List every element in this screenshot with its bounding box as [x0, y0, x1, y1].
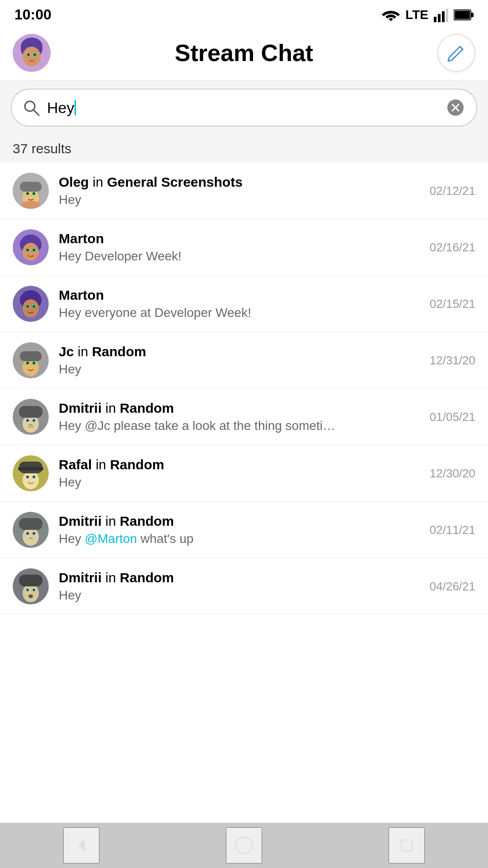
svg-marker-85 — [78, 839, 85, 852]
svg-rect-3 — [446, 9, 448, 22]
svg-rect-79 — [19, 575, 42, 586]
list-item[interactable]: Rafal in Random Hey 12/30/20 — [0, 445, 488, 502]
signal-icon — [434, 8, 448, 22]
list-item[interactable]: Marton Hey everyone at Developer Week! 0… — [0, 276, 488, 332]
avatar — [13, 342, 49, 378]
mention-tag: @Marton — [85, 532, 137, 546]
svg-rect-23 — [20, 182, 42, 192]
result-name-line: Rafal in Random — [59, 457, 420, 472]
home-button[interactable] — [226, 827, 262, 863]
sender-name: Dmitrii — [59, 514, 102, 528]
result-content: Marton Hey everyone at Developer Week! — [59, 288, 420, 320]
list-item[interactable]: Dmitrii in Random Hey @Jc please take a … — [0, 389, 488, 445]
list-item[interactable]: Dmitrii in Random Hey @Marton what's up … — [0, 502, 488, 558]
result-preview: Hey @Marton what's up — [59, 532, 420, 546]
result-content: Marton Hey Developer Week! — [59, 231, 420, 264]
channel-name: Random — [120, 570, 174, 585]
svg-point-52 — [27, 362, 28, 364]
result-date: 12/30/20 — [430, 467, 475, 481]
list-item[interactable]: Oleg in General Screenshots Hey 02/12/21 — [0, 163, 488, 219]
result-date: 02/15/21 — [430, 297, 475, 311]
channel-name: Random — [120, 401, 174, 415]
recents-button[interactable] — [389, 827, 425, 863]
sender-name: Jc — [59, 344, 74, 359]
svg-rect-2 — [442, 11, 445, 22]
avatar — [13, 399, 49, 435]
svg-point-78 — [23, 584, 39, 602]
user-avatar[interactable] — [13, 34, 51, 72]
sender-name: Rafal — [59, 457, 92, 472]
result-preview: Hey — [59, 362, 420, 377]
wifi-icon — [382, 8, 400, 22]
sender-name: Oleg — [59, 175, 89, 189]
result-content: Oleg in General Screenshots Hey — [59, 175, 420, 207]
svg-point-68 — [27, 476, 28, 478]
avatar — [13, 455, 49, 491]
status-icons: LTE — [382, 8, 474, 22]
svg-point-11 — [23, 47, 41, 66]
results-list: Oleg in General Screenshots Hey 02/12/21… — [0, 163, 488, 615]
svg-rect-65 — [18, 467, 43, 471]
result-name-line: Oleg in General Screenshots — [59, 175, 420, 190]
channel-name: Random — [110, 457, 164, 472]
result-name-line: Jc in Random — [59, 344, 420, 359]
result-content: Rafal in Random Hey — [59, 457, 420, 490]
results-count: 37 results — [0, 135, 488, 163]
svg-point-45 — [27, 306, 28, 307]
svg-rect-56 — [19, 406, 42, 418]
status-time: 10:00 — [14, 6, 52, 23]
lte-indicator: LTE — [405, 8, 428, 22]
svg-point-33 — [23, 243, 39, 261]
result-preview: Hey — [59, 193, 420, 207]
list-item[interactable]: Jc in Random Hey 12/31/20 — [0, 332, 488, 389]
svg-rect-87 — [401, 840, 412, 851]
compose-button[interactable] — [437, 34, 475, 72]
app-header: Stream Chat — [0, 28, 488, 80]
svg-point-83 — [33, 589, 35, 591]
navigation-bar — [0, 823, 488, 868]
sender-name: Marton — [59, 288, 104, 302]
back-icon — [71, 835, 91, 855]
result-content: Dmitrii in Random Hey — [59, 570, 420, 603]
svg-point-63 — [23, 471, 39, 489]
svg-point-84 — [28, 594, 33, 598]
svg-rect-72 — [19, 518, 42, 530]
sender-name: Marton — [59, 231, 104, 246]
search-container: Hey — [0, 80, 488, 135]
status-bar: 10:00 LTE — [0, 0, 488, 28]
avatar — [13, 286, 49, 322]
avatar — [13, 229, 49, 265]
svg-point-61 — [27, 425, 34, 428]
result-name-line: Marton — [59, 288, 420, 303]
svg-point-53 — [33, 362, 35, 364]
back-button[interactable] — [63, 827, 99, 863]
result-preview: Hey — [59, 588, 420, 603]
home-icon — [234, 835, 254, 855]
compose-icon — [446, 43, 466, 63]
result-date: 01/05/21 — [430, 410, 475, 424]
result-preview: Hey Developer Week! — [59, 249, 420, 264]
search-icon — [23, 99, 40, 116]
result-preview: Hey everyone at Developer Week! — [59, 306, 420, 320]
svg-point-14 — [28, 54, 29, 56]
clear-search-button[interactable] — [446, 98, 465, 118]
svg-point-82 — [27, 589, 28, 591]
svg-point-42 — [23, 299, 39, 317]
result-content: Dmitrii in Random Hey @Jc please take a … — [59, 401, 420, 433]
sender-name: Dmitrii — [59, 570, 102, 585]
result-date: 02/11/21 — [430, 523, 475, 537]
result-content: Jc in Random Hey — [59, 344, 420, 377]
svg-point-26 — [27, 193, 28, 194]
avatar — [13, 512, 49, 548]
list-item[interactable]: Marton Hey Developer Week! 02/16/21 — [0, 219, 488, 276]
list-item[interactable]: Dmitrii in Random Hey 04/26/21 — [0, 558, 488, 615]
result-date: 04/26/21 — [430, 580, 475, 594]
search-bar: Hey — [11, 89, 477, 127]
svg-point-15 — [34, 54, 36, 56]
svg-rect-6 — [455, 11, 470, 19]
svg-point-71 — [23, 528, 39, 546]
result-name-line: Dmitrii in Random — [59, 514, 420, 529]
search-input[interactable]: Hey — [47, 99, 438, 117]
clear-icon — [446, 99, 465, 117]
sender-name: Dmitrii — [59, 401, 102, 415]
